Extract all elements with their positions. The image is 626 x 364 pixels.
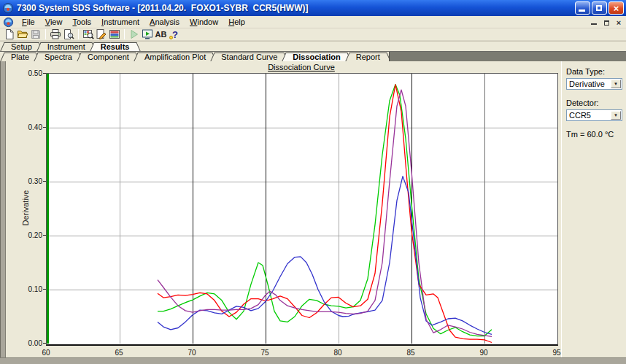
child-restore-button[interactable] — [600, 18, 612, 27]
data-type-value: Derivative — [569, 80, 605, 88]
y-tick-label: 0.50 — [18, 69, 42, 77]
y-tick-label: 0.40 — [18, 123, 42, 131]
title-bar: 7300 System SDS Software - [2011.04.20. … — [0, 0, 626, 16]
tab-plate[interactable]: Plate — [4, 52, 36, 61]
y-tick-mark — [43, 235, 46, 236]
report-ab-icon[interactable]: AB — [154, 28, 167, 40]
menu-bar: FileViewToolsInstrumentAnalysisWindowHel… — [0, 16, 626, 28]
run-monitor-icon[interactable] — [141, 28, 154, 40]
svg-text:?: ? — [172, 29, 178, 40]
y-tick-mark — [43, 73, 46, 74]
y-tick-label: 0.30 — [18, 177, 42, 185]
detector-label: Detector: — [566, 98, 622, 107]
dropdown-arrow-icon[interactable]: ▼ — [611, 80, 621, 88]
tab-amplification-plot[interactable]: Amplification Plot — [138, 52, 212, 61]
window-frame-bottom — [0, 357, 626, 364]
dropdown-arrow-icon[interactable]: ▼ — [611, 111, 621, 120]
x-tick-label: 95 — [542, 349, 571, 357]
x-tick-label: 85 — [396, 349, 425, 357]
restore-icon — [596, 5, 602, 11]
green-curve — [158, 85, 492, 336]
dissociation-plot[interactable] — [46, 73, 558, 346]
red-curve — [158, 85, 492, 343]
y-tick-mark — [43, 127, 46, 128]
save-icon[interactable] — [29, 28, 42, 40]
y-tick-mark — [43, 343, 46, 344]
print-icon[interactable] — [49, 28, 62, 40]
application-window: 7300 System SDS Software - [2011.04.20. … — [0, 0, 626, 364]
tab-dissociation[interactable]: Dissociation — [286, 52, 347, 61]
y-tick-mark — [43, 289, 46, 290]
edit-plate-icon[interactable] — [95, 28, 108, 40]
tab-spectra[interactable]: Spectra — [38, 52, 79, 61]
app-icon — [2, 2, 14, 14]
detector-value: CCR5 — [569, 111, 591, 120]
blue-curve — [158, 177, 492, 335]
menu-window[interactable]: Window — [185, 17, 223, 27]
close-button[interactable]: × — [608, 1, 624, 15]
toolbar-separator — [124, 29, 125, 39]
menu-instrument[interactable]: Instrument — [96, 17, 144, 27]
detector-dropdown[interactable]: CCR5 ▼ — [566, 109, 622, 121]
results-pane: Dissociation Curve Derivative Data Type:… — [6, 61, 626, 357]
menu-analysis[interactable]: Analysis — [144, 17, 185, 27]
tab-setup[interactable]: Setup — [4, 42, 39, 51]
document-icon — [3, 17, 14, 28]
y-axis-line — [47, 74, 49, 344]
menu-tools[interactable]: Tools — [67, 17, 96, 27]
x-tick-label: 80 — [323, 349, 352, 357]
menu-items: FileViewToolsInstrumentAnalysisWindowHel… — [17, 17, 250, 27]
open-file-icon[interactable] — [16, 28, 29, 40]
print-preview-icon[interactable] — [62, 28, 75, 40]
new-document-icon[interactable] — [3, 28, 16, 40]
toolbar-separator — [78, 29, 79, 39]
toolbar-separator — [45, 29, 46, 39]
data-type-dropdown[interactable]: Derivative ▼ — [566, 78, 622, 90]
y-axis-label: Derivative — [21, 182, 30, 233]
tab-bar-filler — [389, 52, 626, 61]
window-frame-left — [0, 61, 6, 357]
tab-report[interactable]: Report — [349, 52, 387, 61]
tab-standard-curve[interactable]: Standard Curve — [215, 52, 284, 61]
x-tick-label: 70 — [177, 349, 206, 357]
toolbar: AB? — [0, 28, 626, 41]
svg-text:AB: AB — [155, 30, 166, 39]
menu-view[interactable]: View — [40, 17, 68, 27]
minimize-button[interactable] — [575, 1, 590, 15]
primary-tab-bar: SetupInstrumentResults — [0, 41, 626, 51]
help-icon[interactable]: ? — [167, 28, 180, 40]
well-inspector-icon[interactable] — [82, 28, 95, 40]
child-minimize-button[interactable] — [588, 18, 600, 27]
run-icon[interactable] — [128, 28, 141, 40]
purple-curve — [158, 90, 492, 336]
data-type-label: Data Type: — [566, 67, 622, 76]
side-panel: Data Type: Derivative ▼ Detector: CCR5 ▼… — [562, 61, 626, 357]
secondary-tab-bar: PlateSpectraComponentAmplification PlotS… — [0, 51, 626, 61]
x-tick-label: 90 — [469, 349, 498, 357]
y-tick-mark — [43, 181, 46, 182]
y-tick-label: 0.10 — [18, 285, 42, 293]
plate-layout-icon[interactable] — [108, 28, 121, 40]
x-tick-label: 65 — [104, 349, 134, 357]
y-tick-label: 0.20 — [18, 231, 42, 239]
restore-icon — [604, 20, 609, 26]
chart-title: Dissociation Curve — [46, 63, 557, 71]
close-icon: × — [614, 18, 624, 26]
window-title: 7300 System SDS Software - [2011.04.20. … — [17, 3, 573, 13]
menu-help[interactable]: Help — [223, 17, 250, 27]
minimize-icon — [591, 23, 597, 25]
restore-button[interactable] — [592, 1, 607, 15]
tab-instrument[interactable]: Instrument — [41, 42, 92, 51]
tab-component[interactable]: Component — [81, 52, 136, 61]
x-tick-label: 60 — [31, 349, 61, 357]
x-tick-label: 75 — [250, 349, 279, 357]
tab-results[interactable]: Results — [94, 42, 136, 51]
child-close-button[interactable]: × — [613, 18, 625, 27]
minimize-icon — [579, 9, 585, 12]
tab-bar-filler — [138, 42, 626, 51]
tm-value: Tm = 60.0 °C — [566, 130, 622, 139]
menu-file[interactable]: File — [17, 17, 40, 27]
close-icon: × — [609, 2, 623, 14]
y-tick-label: 0.00 — [18, 339, 42, 347]
